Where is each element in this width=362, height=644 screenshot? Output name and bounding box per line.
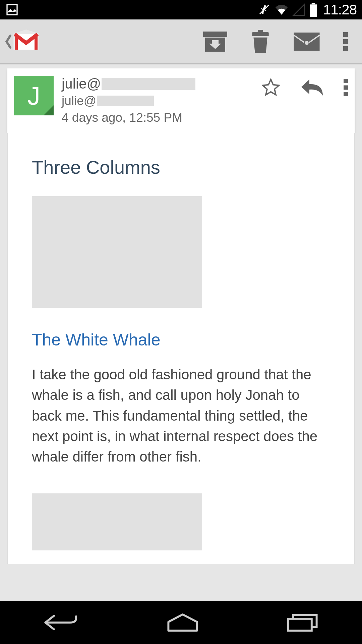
action-bar bbox=[0, 19, 362, 64]
archive-button[interactable] bbox=[203, 31, 227, 52]
sender-info[interactable]: julie@ julie@ 4 days ago, 12:55 PM bbox=[62, 76, 253, 125]
svg-rect-13 bbox=[343, 32, 348, 37]
wifi-icon bbox=[274, 3, 289, 16]
svg-rect-18 bbox=[344, 92, 348, 96]
message-body-container: Three Columns The White Whale I take the… bbox=[0, 133, 362, 564]
message-header: J julie@ julie@ 4 days ago, 12:55 PM bbox=[7, 68, 355, 133]
message-timestamp: 4 days ago, 12:55 PM bbox=[62, 111, 253, 125]
redacted-text bbox=[102, 78, 195, 90]
trash-icon bbox=[251, 30, 270, 53]
gmail-icon[interactable] bbox=[11, 26, 42, 57]
vibrate-icon bbox=[257, 3, 271, 16]
message-header-card: J julie@ julie@ 4 days ago, 12:55 PM bbox=[7, 68, 355, 133]
message-body[interactable]: Three Columns The White Whale I take the… bbox=[7, 133, 355, 564]
svg-rect-6 bbox=[15, 34, 18, 50]
star-outline-icon bbox=[261, 78, 281, 97]
picture-icon bbox=[5, 3, 19, 16]
from-email-prefix: julie@ bbox=[62, 76, 101, 92]
star-button[interactable] bbox=[261, 78, 281, 97]
reply-icon bbox=[300, 78, 324, 97]
nav-home-button[interactable] bbox=[166, 613, 199, 632]
nav-recent-button[interactable] bbox=[286, 613, 319, 632]
redacted-text bbox=[97, 96, 154, 106]
svg-rect-0 bbox=[7, 5, 17, 15]
status-bar: 11:28 bbox=[0, 0, 362, 19]
home-icon bbox=[166, 613, 199, 632]
email-heading: Three Columns bbox=[32, 156, 330, 178]
back-icon bbox=[43, 613, 80, 632]
image-placeholder bbox=[32, 196, 202, 308]
email-subheading: The White Whale bbox=[32, 330, 330, 350]
app-container: J julie@ julie@ 4 days ago, 12:55 PM bbox=[0, 19, 362, 601]
to-email-prefix: julie@ bbox=[62, 94, 96, 108]
reply-button[interactable] bbox=[300, 78, 324, 97]
sender-initial: J bbox=[27, 81, 40, 110]
system-nav-bar bbox=[0, 601, 362, 644]
signal-icon bbox=[292, 3, 306, 16]
sender-avatar[interactable]: J bbox=[14, 76, 54, 115]
status-time: 11:28 bbox=[323, 2, 357, 18]
svg-rect-8 bbox=[203, 32, 227, 37]
action-bar-actions bbox=[203, 30, 348, 53]
status-left bbox=[5, 3, 19, 16]
svg-point-12 bbox=[304, 41, 309, 45]
message-header-actions bbox=[261, 76, 348, 97]
battery-icon bbox=[309, 3, 318, 17]
more-vert-icon bbox=[343, 32, 348, 51]
avatar-corner bbox=[44, 105, 54, 115]
from-line: julie@ bbox=[62, 76, 253, 92]
mark-unread-button[interactable] bbox=[294, 33, 320, 51]
svg-rect-2 bbox=[310, 4, 317, 17]
svg-rect-14 bbox=[343, 39, 348, 44]
archive-icon bbox=[203, 31, 227, 52]
message-overflow-button[interactable] bbox=[344, 78, 348, 97]
svg-rect-7 bbox=[35, 34, 38, 50]
svg-rect-17 bbox=[344, 86, 348, 90]
to-line: julie@ bbox=[62, 94, 253, 108]
envelope-icon bbox=[294, 33, 320, 51]
delete-button[interactable] bbox=[251, 30, 270, 53]
image-placeholder bbox=[32, 493, 202, 550]
recent-apps-icon bbox=[286, 613, 319, 632]
svg-rect-19 bbox=[288, 619, 311, 631]
status-right: 11:28 bbox=[257, 2, 357, 18]
svg-rect-3 bbox=[312, 3, 315, 4]
overflow-menu-button[interactable] bbox=[343, 32, 348, 51]
more-vert-icon bbox=[344, 78, 348, 97]
svg-rect-15 bbox=[343, 46, 348, 51]
svg-rect-16 bbox=[344, 79, 348, 83]
email-paragraph: I take the good old fashioned ground tha… bbox=[32, 364, 330, 467]
nav-back-button[interactable] bbox=[43, 613, 80, 632]
